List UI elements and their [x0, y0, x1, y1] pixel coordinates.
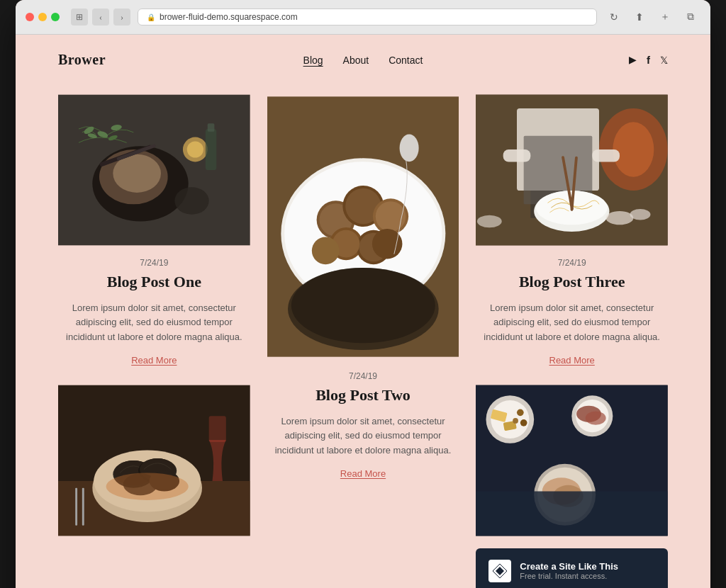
svg-rect-82	[476, 491, 668, 536]
squarespace-title: Create a Site Like This	[520, 561, 655, 572]
back-button[interactable]: ‹	[92, 9, 109, 26]
post-2-read-more[interactable]: Read More	[340, 468, 386, 479]
post-2-image[interactable]	[267, 92, 459, 361]
post-1-title: Blog Post One	[107, 272, 201, 293]
squarespace-promo: Create a Site Like This Free trial. Inst…	[476, 383, 668, 588]
blog-post-1: 7/24/19 Blog Post One Lorem ipsum dolor …	[58, 92, 250, 366]
svg-point-48	[630, 209, 651, 220]
post-3-title: Blog Post Three	[519, 272, 625, 293]
blog-grid: 7/24/19 Blog Post One Lorem ipsum dolor …	[16, 85, 710, 588]
post-1-date: 7/24/19	[140, 258, 168, 268]
close-button[interactable]	[26, 13, 34, 21]
nav-item-blog[interactable]: Blog	[303, 54, 323, 67]
svg-point-24	[375, 201, 406, 232]
site-logo[interactable]: Brower	[58, 52, 106, 68]
svg-point-30	[372, 229, 403, 259]
svg-point-77	[586, 411, 606, 424]
maximize-button[interactable]	[51, 13, 60, 21]
post-3-image[interactable]	[476, 92, 668, 248]
nav-link-about[interactable]: About	[343, 55, 369, 66]
url-text: brower-fluid-demo.squarespace.com	[160, 12, 298, 22]
nav-link-blog[interactable]: Blog	[303, 55, 323, 66]
svg-point-29	[311, 237, 339, 265]
svg-rect-15	[208, 123, 215, 132]
post-4-image[interactable]	[58, 383, 250, 538]
navigation: Brower Blog About Contact ▶ f 𝕏	[16, 35, 710, 85]
svg-point-7	[187, 141, 203, 157]
squarespace-banner[interactable]: Create a Site Like This Free trial. Inst…	[476, 548, 668, 588]
blog-post-2: 7/24/19 Blog Post Two Lorem ipsum dolor …	[267, 92, 459, 588]
svg-rect-41	[503, 149, 531, 162]
svg-point-47	[606, 211, 634, 225]
post-3-read-more[interactable]: Read More	[549, 355, 595, 366]
post-2-date: 7/24/19	[349, 371, 377, 381]
svg-rect-63	[82, 488, 84, 526]
svg-rect-62	[75, 488, 77, 526]
youtube-icon[interactable]: ▶	[629, 54, 637, 66]
blog-post-4	[58, 383, 250, 588]
nav-link-contact[interactable]: Contact	[389, 55, 423, 66]
social-links: ▶ f 𝕏	[629, 54, 668, 66]
post-1-read-more[interactable]: Read More	[131, 355, 177, 366]
svg-point-31	[399, 134, 418, 162]
post-3-excerpt: Lorem ipsum dolor sit amet, consectetur …	[480, 301, 664, 345]
tabs-button[interactable]: ⧉	[681, 7, 700, 27]
svg-point-71	[517, 409, 524, 416]
lock-icon: 🔒	[147, 13, 155, 21]
browser-chrome: ⊞ ‹ › 🔒 brower-fluid-demo.squarespace.co…	[16, 0, 710, 35]
nav-links: Blog About Contact	[303, 54, 423, 67]
squarespace-subtitle: Free trial. Instant access.	[520, 572, 655, 580]
svg-point-49	[477, 215, 502, 227]
browser-controls: ⊞ ‹ ›	[71, 9, 130, 26]
nav-item-about[interactable]: About	[343, 54, 369, 67]
svg-point-73	[520, 419, 527, 426]
new-tab-button[interactable]: ＋	[655, 7, 675, 27]
website-content: Brower Blog About Contact ▶ f 𝕏	[16, 35, 710, 588]
share-button[interactable]: ⬆	[630, 7, 649, 27]
browser-actions: ↻ ⬆ ＋ ⧉	[604, 7, 700, 27]
svg-point-72	[513, 418, 519, 424]
sidebar-toggle[interactable]: ⊞	[71, 9, 88, 26]
forward-button[interactable]: ›	[113, 9, 130, 26]
promo-image[interactable]	[476, 383, 668, 538]
svg-point-37	[613, 122, 654, 176]
blog-post-3: 7/24/19 Blog Post Three Lorem ipsum dolo…	[476, 92, 668, 366]
address-bar[interactable]: 🔒 brower-fluid-demo.squarespace.com	[138, 9, 597, 26]
post-1-image[interactable]	[58, 92, 250, 248]
post-2-excerpt: Lorem ipsum dolor sit amet, consectetur …	[271, 414, 455, 458]
svg-rect-42	[593, 149, 620, 162]
minimize-button[interactable]	[38, 13, 47, 21]
svg-rect-64	[209, 416, 226, 442]
squarespace-logo	[488, 560, 511, 582]
twitter-icon[interactable]: 𝕏	[660, 55, 668, 66]
svg-rect-14	[206, 129, 216, 170]
browser-window: ⊞ ‹ › 🔒 brower-fluid-demo.squarespace.co…	[16, 0, 710, 588]
post-1-excerpt: Lorem ipsum dolor sit amet, consectetur …	[62, 301, 246, 345]
traffic-lights	[26, 13, 60, 21]
squarespace-text: Create a Site Like This Free trial. Inst…	[520, 561, 655, 580]
svg-point-33	[291, 268, 435, 343]
svg-point-8	[174, 187, 208, 215]
nav-item-contact[interactable]: Contact	[389, 54, 423, 67]
post-3-date: 7/24/19	[558, 258, 586, 268]
svg-point-3	[113, 154, 161, 193]
post-2-title: Blog Post Two	[315, 385, 411, 406]
facebook-icon[interactable]: f	[647, 54, 650, 66]
svg-point-60	[106, 473, 189, 500]
refresh-button[interactable]: ↻	[604, 7, 624, 27]
